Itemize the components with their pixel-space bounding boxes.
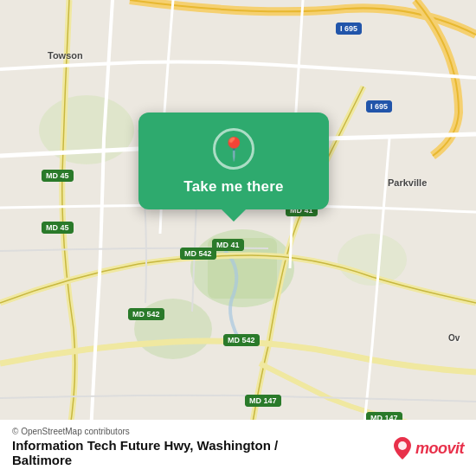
road-badge-md542-1: MD 542 <box>180 248 216 260</box>
map-label-towson: Towson <box>48 50 83 61</box>
moovit-logo: moovit <box>393 436 464 460</box>
road-badge-md45-1: MD 45 <box>42 170 74 182</box>
location-pin-icon: 📍 <box>220 138 248 160</box>
road-badge-i695-1: I 695 <box>336 23 362 35</box>
road-badge-md41-2: MD 41 <box>212 239 244 251</box>
road-badge-md147-1: MD 147 <box>245 395 281 407</box>
location-city: Baltimore <box>12 453 278 467</box>
location-name: Information Tech Future Hwy, Washington … <box>12 438 278 453</box>
moovit-pin-icon <box>393 436 412 460</box>
map-label-ov: Ov <box>448 333 460 343</box>
map-container: Towson Parkville Ov MD 41 MD 41 MD 45 MD… <box>0 0 476 476</box>
svg-point-6 <box>398 441 407 450</box>
map-background <box>0 0 476 476</box>
copyright-text: © OpenStreetMap contributors <box>12 427 464 436</box>
road-badge-i695-2: I 695 <box>366 100 392 113</box>
location-icon-circle: 📍 <box>213 128 254 170</box>
road-badge-md45-2: MD 45 <box>42 222 74 234</box>
bottom-info-bar: © OpenStreetMap contributors Information… <box>0 420 476 476</box>
location-popup: 📍 Take me there <box>138 113 329 209</box>
moovit-brand-text: moovit <box>415 440 464 458</box>
road-badge-md542-3: MD 542 <box>223 334 260 346</box>
road-badge-md542-2: MD 542 <box>128 308 164 320</box>
take-me-there-button[interactable]: Take me there <box>183 178 283 196</box>
map-label-parkville: Parkville <box>388 177 427 188</box>
